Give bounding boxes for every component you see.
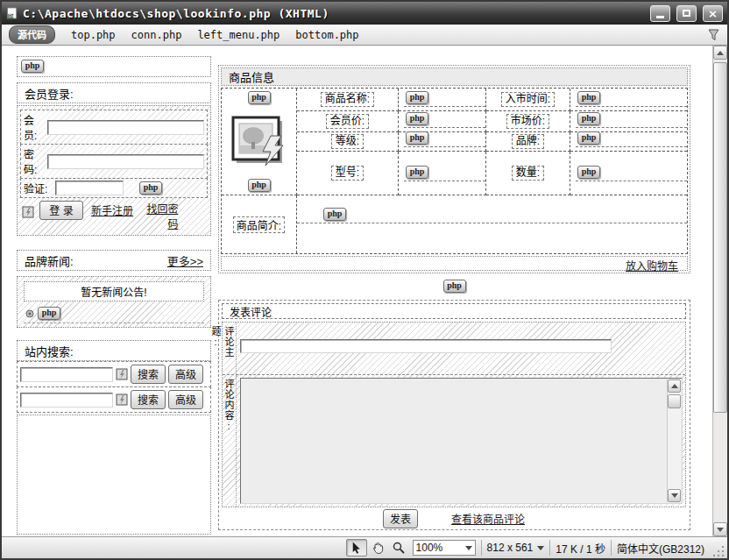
php-badge[interactable]: php (406, 112, 428, 125)
product-value-cell: php (399, 132, 486, 152)
php-badge[interactable]: php (577, 112, 600, 125)
php-badge[interactable]: php (577, 91, 600, 104)
login-button[interactable]: 登 录 (39, 201, 82, 220)
advanced-button-1[interactable]: 高级 (168, 365, 203, 384)
php-badge[interactable]: php (443, 280, 466, 293)
filter-icon[interactable] (707, 28, 720, 41)
title-bar[interactable]: Dw C:\Apache\htdocs\shop\lookinfo.php (X… (2, 2, 727, 25)
window-title: C:\Apache\htdocs\shop\lookinfo.php (XHTM… (23, 7, 644, 20)
product-label-cell: 会员价: (297, 111, 399, 132)
select-tool-button[interactable] (346, 539, 367, 556)
scroll-down-icon[interactable] (668, 489, 681, 502)
search-heading: 站内搜索: (17, 340, 211, 361)
news-heading: 品牌新闻: (25, 252, 167, 269)
middle-php-marker: php (218, 280, 690, 293)
scroll-up-icon[interactable] (713, 46, 727, 60)
maximize-icon[interactable] (676, 5, 697, 22)
scrollbar-thumb[interactable] (668, 394, 681, 408)
scrollbar-thumb[interactable] (713, 62, 727, 413)
document-size-time: 17 K / 1 秒 (556, 541, 605, 556)
zoom-tool-button[interactable] (388, 539, 409, 556)
dreamweaver-document-window: Dw C:\Apache\htdocs\shop\lookinfo.php (X… (0, 0, 729, 560)
chevron-down-icon[interactable] (537, 546, 544, 550)
php-badge[interactable]: php (21, 60, 44, 73)
username-field[interactable] (47, 120, 204, 135)
status-bar: 100% 812 x 561 17 K / 1 秒 简体中文(GB2312) (2, 536, 727, 558)
product-value-cell: php (570, 89, 687, 111)
related-file-top[interactable]: top.php (71, 29, 116, 41)
product-intro-value-cell: php (297, 195, 687, 253)
comment-subject-label: 评论主题: (223, 323, 237, 374)
product-label-cell: 品牌: (486, 132, 570, 152)
related-file-left-menu[interactable]: left_menu.php (197, 29, 280, 41)
php-badge[interactable]: php (577, 166, 600, 179)
hand-tool-button[interactable] (367, 539, 388, 556)
search-row-2: 搜索 高级 (17, 386, 211, 413)
source-code-button[interactable]: 源代码 (9, 25, 55, 44)
php-badge[interactable]: php (406, 91, 428, 104)
related-file-bottom[interactable]: bottom.php (295, 29, 358, 41)
resize-grip[interactable] (711, 544, 725, 558)
register-link[interactable]: 新手注册 (91, 205, 133, 217)
submit-comment-button[interactable]: 发表 (383, 509, 418, 528)
advanced-button-2[interactable]: 高级 (168, 390, 203, 409)
product-value-cell: php (570, 152, 687, 195)
news-heading-row: 品牌新闻: 更多>> (17, 250, 211, 271)
dynamic-marker-icon[interactable] (22, 206, 34, 218)
related-file-conn[interactable]: conn.php (131, 29, 182, 41)
password-field[interactable] (47, 154, 204, 169)
forgot-password-link[interactable]: 找回密码 (141, 201, 178, 230)
svg-text:Dw: Dw (9, 14, 15, 18)
minimize-icon[interactable] (650, 5, 670, 22)
news-empty-text: 暂无新闻公告! (24, 281, 204, 301)
news-more-link[interactable]: 更多>> (167, 252, 203, 269)
product-value-cell: php (399, 152, 486, 195)
dynamic-image-placeholder-icon[interactable] (230, 115, 288, 169)
php-badge[interactable]: php (139, 181, 162, 195)
php-badge[interactable]: php (406, 166, 428, 179)
list-marker-icon[interactable] (24, 308, 36, 320)
captcha-field[interactable] (55, 181, 124, 195)
php-badge[interactable]: php (406, 131, 428, 145)
comment-content-textarea[interactable] (240, 378, 683, 504)
search-input-2[interactable] (20, 393, 113, 408)
scroll-down-icon[interactable] (713, 522, 727, 536)
left-top-cell: php (17, 56, 211, 77)
search-button-2[interactable]: 搜索 (131, 390, 166, 409)
login-actions-row: 登 录 新手注册 找回密码 (20, 197, 199, 232)
scroll-up-icon[interactable] (668, 379, 681, 393)
textarea-scrollbar[interactable] (667, 379, 681, 502)
comment-subject-input[interactable] (240, 339, 612, 353)
password-label: 密码: (24, 146, 47, 176)
document-canvas[interactable]: php 会员登录: 会员: 密码: 验证: (2, 46, 712, 536)
left-menu-region: php 会员登录: 会员: 密码: 验证: (17, 56, 211, 535)
dynamic-marker-icon[interactable] (116, 393, 128, 406)
php-badge[interactable]: php (38, 307, 60, 320)
php-badge[interactable]: php (248, 179, 271, 192)
add-to-cart-link[interactable]: 放入购物车 (626, 260, 678, 273)
window-size-indicator[interactable]: 812 x 561 (487, 542, 534, 554)
comment-content-label: 评论内容: (223, 375, 237, 507)
chevron-down-icon (465, 546, 472, 550)
product-image-cell: php php (222, 89, 297, 195)
document-scrollbar[interactable] (712, 46, 727, 536)
view-comments-link[interactable]: 查看该商品评论 (451, 511, 525, 526)
zoom-level-select[interactable]: 100% (413, 540, 476, 556)
login-heading: 会员登录: (17, 82, 211, 103)
design-view: php 会员登录: 会员: 密码: 验证: (2, 46, 727, 536)
php-badge[interactable]: php (248, 91, 271, 104)
encoding-indicator: 简体中文(GB2312) (617, 541, 704, 556)
php-badge[interactable]: php (577, 131, 600, 145)
username-row: 会员: (20, 110, 208, 145)
product-label-cell: 数量: (486, 152, 570, 195)
php-badge[interactable]: php (323, 208, 346, 221)
search-button-1[interactable]: 搜索 (131, 365, 166, 384)
product-info-section: 商品信息 php (218, 65, 690, 273)
comment-heading: 发表评论 (222, 303, 686, 319)
search-input-1[interactable] (20, 367, 113, 382)
close-icon[interactable]: × (703, 5, 723, 22)
dynamic-marker-icon[interactable] (116, 368, 128, 380)
password-row: 密码: (20, 144, 208, 179)
product-value-cell: php (399, 111, 486, 132)
captcha-row: 验证: php (20, 178, 208, 198)
